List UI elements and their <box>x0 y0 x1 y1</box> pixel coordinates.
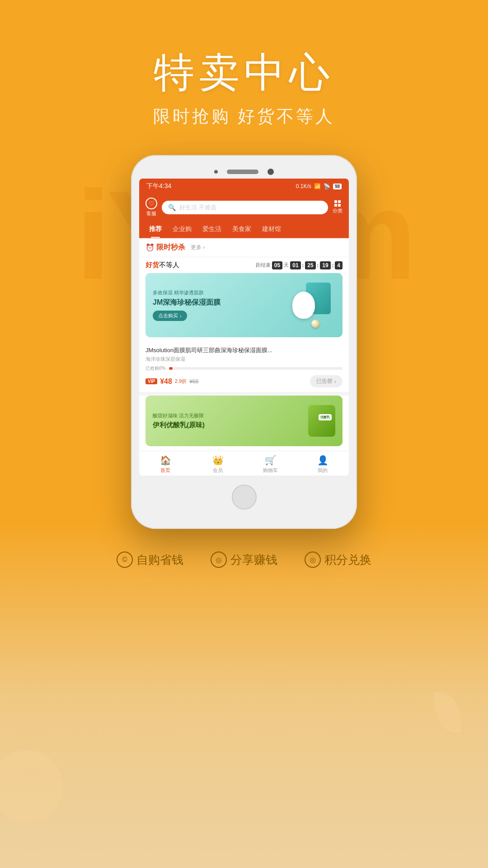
profile-label: 我的 <box>318 467 328 474</box>
points-label: 积分兑换 <box>324 552 371 568</box>
nav-item-cart[interactable]: 🛒 购物车 <box>244 455 296 474</box>
progress-bar-outer <box>169 367 343 370</box>
customer-service-button[interactable]: ♡ 客服 <box>145 198 157 217</box>
price-original: ¥68 <box>189 378 198 385</box>
page-title-main: 特卖中心 <box>0 45 488 100</box>
mask-product-visual <box>281 280 335 330</box>
service-icon: ♡ <box>145 198 157 209</box>
network-speed: 0.1K/s <box>296 183 311 189</box>
tab-enterprise[interactable]: 企业购 <box>167 221 197 238</box>
network-icon: 📶 <box>314 183 321 189</box>
product1-banner[interactable]: 多效保湿 精华渗透肌肤 JM深海珍秘保湿面膜 点击购买 › <box>145 273 343 337</box>
nav-item-profile[interactable]: 👤 我的 <box>296 455 349 474</box>
flash-sale-logo: ⏰ 限时秒杀 <box>145 243 185 252</box>
grid-icon <box>334 200 341 207</box>
member-label: 会员 <box>213 467 223 474</box>
timer-minutes: 25 <box>305 261 315 269</box>
timer-extra: 4 <box>335 261 343 269</box>
sold-out-button[interactable]: 已告罄 › <box>310 375 343 387</box>
tab-love-life[interactable]: 爱生活 <box>197 221 227 238</box>
progress-row: 已抢购0% <box>145 365 343 372</box>
countdown-label: 距结束 <box>256 262 271 269</box>
page-title-sub: 限时抢购 好货不等人 <box>0 105 488 128</box>
tab-building[interactable]: 建材馆 <box>257 221 286 238</box>
search-placeholder-text: 好生活 不难选 <box>179 203 216 212</box>
price-left: VIP ¥48 2.9折 ¥68 <box>145 377 198 386</box>
home-label: 首页 <box>160 467 170 474</box>
feature-points: ◎ 积分兑换 <box>305 552 371 568</box>
pearl-decoration <box>311 320 319 328</box>
yogurt-box: 优酸乳 <box>308 405 335 437</box>
bottom-nav: 🏠 首页 👑 会员 🛒 购物车 👤 我的 <box>139 451 349 476</box>
member-icon: 👑 <box>212 455 224 466</box>
progress-bar-fill <box>169 367 173 370</box>
price-row: VIP ¥48 2.9折 ¥68 已告罄 › <box>145 375 343 387</box>
bottom-icons-row: © 自购省钱 ◎ 分享赚钱 ◎ 积分兑换 <box>0 552 488 568</box>
category-label: 分类 <box>333 208 343 214</box>
deco-wave <box>0 732 488 868</box>
product1-desc: 海洋珍珠深层保湿 <box>145 356 343 363</box>
banner2-subtitle: 酸甜好滋味 活力无极限 <box>153 412 295 419</box>
price-discount: 2.9折 <box>175 378 187 385</box>
page-title-area: 特卖中心 限时抢购 好货不等人 <box>0 0 488 142</box>
nav-item-member[interactable]: 👑 会员 <box>192 455 244 474</box>
banner2-text-area: 酸甜好滋味 活力无极限 伊利优酸乳(原味) <box>153 412 295 429</box>
banner1-text-area: 多效保湿 精华渗透肌肤 JM深海珍秘保湿面膜 点击购买 › <box>153 289 281 321</box>
countdown-row: 好货不等人 距结束 05 天 01 : 25 : 19 : 4 <box>139 257 349 273</box>
more-link[interactable]: 更多 › <box>191 244 205 251</box>
phone-bottom-hardware <box>139 476 349 521</box>
progress-label: 已抢购0% <box>145 365 165 372</box>
goods-text: 好货不等人 <box>145 261 179 269</box>
feature-share: ◎ 分享赚钱 <box>211 552 277 568</box>
tab-recommend[interactable]: 推荐 <box>144 221 167 238</box>
home-icon: 🏠 <box>160 455 171 466</box>
product2-image: 优酸乳 <box>295 403 335 439</box>
search-icon: 🔍 <box>168 204 176 211</box>
timer-days: 05 <box>272 261 282 269</box>
phone-screen: 下午4:34 0.1K/s 📶 📡 98 ♡ 客服 🔍 好生活 不难选 <box>139 179 349 476</box>
save-icon: © <box>117 552 133 568</box>
search-bar[interactable]: 🔍 好生活 不难选 <box>162 201 328 214</box>
app-header: ♡ 客服 🔍 好生活 不难选 分类 <box>139 194 349 221</box>
price-current: ¥48 <box>160 377 172 386</box>
banner2-title: 伊利优酸乳(原味) <box>153 421 295 429</box>
nav-item-home[interactable]: 🏠 首页 <box>139 455 192 474</box>
flash-sale-title: 限时秒杀 <box>156 243 185 252</box>
product1-image <box>281 280 335 330</box>
phone-camera <box>267 169 274 175</box>
timer-hours: 01 <box>290 261 300 269</box>
tab-gourmet[interactable]: 美食家 <box>227 221 257 238</box>
countdown-timer: 距结束 05 天 01 : 25 : 19 : 4 <box>256 261 343 269</box>
service-label: 客服 <box>146 210 156 217</box>
nav-tabs: 推荐 企业购 爱生活 美食家 建材馆 <box>139 221 349 238</box>
banner1-buy-btn[interactable]: 点击购买 › <box>153 311 187 321</box>
points-icon: ◎ <box>305 552 321 568</box>
banner1-title: JM深海珍秘保湿面膜 <box>153 298 281 307</box>
yogurt-label: 优酸乳 <box>319 414 332 420</box>
profile-icon: 👤 <box>317 455 328 466</box>
mask-face <box>292 292 315 319</box>
feature-save: © 自购省钱 <box>117 552 183 568</box>
phone-speaker <box>227 170 258 174</box>
phone-top-bar <box>139 163 349 179</box>
bottom-features-area: © 自购省钱 ◎ 分享赚钱 ◎ 积分兑换 <box>0 552 488 595</box>
product1-info: JMsolution面膜肌司研三部曲深海珍秘保湿面膜... 海洋珍珠深层保湿 已… <box>139 342 349 396</box>
cart-label: 购物车 <box>263 467 278 474</box>
home-button-hardware <box>232 485 257 509</box>
category-button[interactable]: 分类 <box>333 200 343 214</box>
product2-banner[interactable]: 酸甜好滋味 活力无极限 伊利优酸乳(原味) 优酸乳 <box>145 396 343 446</box>
cart-icon: 🛒 <box>265 455 276 466</box>
wifi-icon: 📡 <box>324 183 330 189</box>
status-time: 下午4:34 <box>146 182 171 190</box>
status-bar: 下午4:34 0.1K/s 📶 📡 98 <box>139 179 349 194</box>
deco-leaf <box>434 692 461 732</box>
phone-mockup: 下午4:34 0.1K/s 📶 📡 98 ♡ 客服 🔍 好生活 不难选 <box>131 155 357 529</box>
vip-badge: VIP <box>145 378 157 384</box>
banner1-subtitle: 多效保湿 精华渗透肌肤 <box>153 289 281 296</box>
status-right: 0.1K/s 📶 📡 98 <box>296 183 342 189</box>
flash-sale-header: ⏰ 限时秒杀 更多 › <box>139 238 349 257</box>
phone-mic <box>214 170 218 174</box>
timer-seconds: 19 <box>320 261 330 269</box>
phone-container: 下午4:34 0.1K/s 📶 📡 98 ♡ 客服 🔍 好生活 不难选 <box>0 155 488 529</box>
share-label: 分享赚钱 <box>230 552 277 568</box>
